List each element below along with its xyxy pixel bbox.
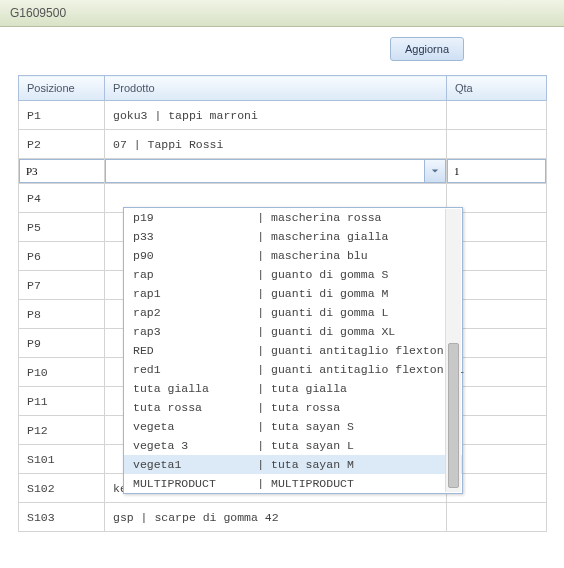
dropdown-item[interactable]: tuta rossa | tuta rossa bbox=[124, 398, 462, 417]
dropdown-item[interactable]: red1 | guanti antitaglio flexton XL bbox=[124, 360, 462, 379]
table-row-editing[interactable] bbox=[19, 159, 547, 184]
cell-pos: P8 bbox=[19, 300, 105, 329]
product-dropdown-list[interactable]: p19 | mascherina rossap33 | mascherina g… bbox=[123, 207, 463, 494]
cell-pos: P7 bbox=[19, 271, 105, 300]
position-combo[interactable] bbox=[19, 159, 104, 183]
cell-pos: P10 bbox=[19, 358, 105, 387]
cell-pos: P11 bbox=[19, 387, 105, 416]
cell-pos: P1 bbox=[19, 101, 105, 130]
table-row[interactable]: P2 07 | Tappi Rossi bbox=[19, 130, 547, 159]
product-input[interactable] bbox=[105, 159, 424, 183]
dropdown-item[interactable]: rap | guanto di gomma S bbox=[124, 265, 462, 284]
cell-prod: 07 | Tappi Rossi bbox=[105, 130, 447, 159]
chevron-down-icon[interactable] bbox=[424, 159, 446, 183]
cell-pos: P12 bbox=[19, 416, 105, 445]
window-title: G1609500 bbox=[0, 0, 564, 27]
cell-qty bbox=[447, 503, 547, 532]
col-header-qty[interactable]: Qta bbox=[447, 76, 547, 101]
cell-qty bbox=[447, 130, 547, 159]
dropdown-item[interactable]: vegeta1 | tuta sayan M bbox=[124, 455, 462, 474]
cell-qty bbox=[447, 101, 547, 130]
cell-pos: P6 bbox=[19, 242, 105, 271]
scrollbar-thumb[interactable] bbox=[448, 343, 459, 488]
cell-prod: goku3 | tappi marroni bbox=[105, 101, 447, 130]
dropdown-item[interactable]: rap3 | guanti di gomma XL bbox=[124, 322, 462, 341]
cell-pos: S101 bbox=[19, 445, 105, 474]
cell-pos: P9 bbox=[19, 329, 105, 358]
dropdown-item[interactable]: RED | guanti antitaglio flexton L bbox=[124, 341, 462, 360]
dropdown-item[interactable]: MULTIPRODUCT | MULTIPRODUCT bbox=[124, 474, 462, 493]
scrollbar[interactable] bbox=[445, 209, 461, 492]
dropdown-item[interactable]: rap2 | guanti di gomma L bbox=[124, 303, 462, 322]
cell-pos: S103 bbox=[19, 503, 105, 532]
dropdown-item[interactable]: p33 | mascherina gialla bbox=[124, 227, 462, 246]
table-row[interactable]: P1 goku3 | tappi marroni bbox=[19, 101, 547, 130]
dropdown-item[interactable]: p19 | mascherina rossa bbox=[124, 208, 462, 227]
dropdown-item[interactable]: vegeta 3 | tuta sayan L bbox=[124, 436, 462, 455]
cell-pos: P4 bbox=[19, 184, 105, 213]
position-input[interactable] bbox=[19, 159, 105, 183]
dropdown-item[interactable]: p90 | mascherina blu bbox=[124, 246, 462, 265]
dropdown-item[interactable]: tuta gialla | tuta gialla bbox=[124, 379, 462, 398]
toolbar: Aggiorna bbox=[0, 27, 564, 75]
col-header-product[interactable]: Prodotto bbox=[105, 76, 447, 101]
col-header-position[interactable]: Posizione bbox=[19, 76, 105, 101]
dropdown-item[interactable]: vegeta | tuta sayan S bbox=[124, 417, 462, 436]
qty-input[interactable] bbox=[447, 159, 546, 183]
refresh-button[interactable]: Aggiorna bbox=[390, 37, 464, 61]
product-combo[interactable] bbox=[105, 159, 446, 183]
table-row[interactable]: S103gsp | scarpe di gomma 42 bbox=[19, 503, 547, 532]
cell-pos: P5 bbox=[19, 213, 105, 242]
dropdown-item[interactable]: rap1 | guanti di gomma M bbox=[124, 284, 462, 303]
cell-pos: P2 bbox=[19, 130, 105, 159]
cell-prod: gsp | scarpe di gomma 42 bbox=[105, 503, 447, 532]
cell-pos: S102 bbox=[19, 474, 105, 503]
